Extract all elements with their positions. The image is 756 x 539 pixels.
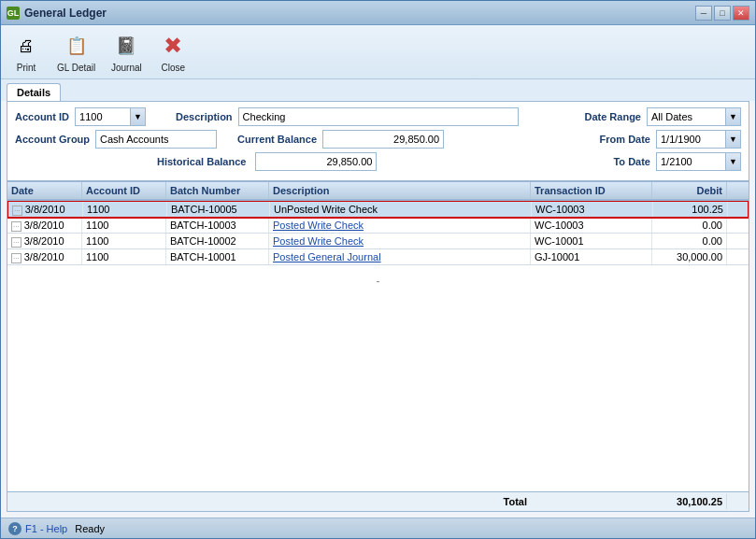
table-row[interactable]: ··· 3/8/2010 1100 BATCH-10001 Posted Gen… — [7, 249, 749, 265]
col-date: Date — [7, 182, 82, 199]
gl-detail-label: GL Detail — [57, 63, 95, 73]
cell-transaction-id: WC-10003 — [531, 218, 652, 233]
date-range-input[interactable] — [647, 107, 726, 126]
historical-balance-label: Historical Balance — [157, 156, 246, 167]
close-icon: ✖ — [158, 31, 188, 61]
from-date-label: From Date — [600, 134, 650, 145]
description-label: Description — [176, 111, 233, 122]
account-id-dropdown[interactable]: ▼ — [131, 107, 146, 126]
current-balance-label: Current Balance — [237, 134, 317, 145]
title-controls: ─ □ ✕ — [695, 6, 749, 21]
print-button[interactable]: 🖨 Print — [7, 29, 46, 75]
toolbar: 🖨 Print 📋 GL Detail 📓 Journal ✖ Close — [1, 25, 755, 79]
cell-description[interactable]: Posted Write Check — [269, 234, 531, 248]
expand-icon[interactable]: ··· — [12, 206, 22, 216]
grid-header: Date Account ID Batch Number Description… — [7, 182, 749, 201]
main-window: GL General Ledger ─ □ ✕ 🖨 Print 📋 GL Det… — [0, 0, 756, 539]
gl-detail-button[interactable]: 📋 GL Detail — [53, 29, 99, 75]
data-grid: Date Account ID Batch Number Description… — [7, 181, 749, 512]
cell-account-id: 1100 — [82, 249, 166, 264]
cell-credit: 150.00 — [727, 234, 749, 248]
total-label: Total — [7, 494, 531, 509]
cell-batch-number: BATCH-10005 — [167, 202, 270, 217]
historical-balance-input[interactable] — [255, 152, 377, 171]
close-window-button[interactable]: ✕ — [733, 6, 749, 21]
to-date-label: To Date — [613, 156, 650, 167]
grid-footer: Total 30,100.25 250.25 — [7, 491, 749, 511]
table-row[interactable]: ··· 3/8/2010 1100 BATCH-10002 Posted Wri… — [7, 234, 749, 249]
content-area: Date Account ID Batch Number Description… — [1, 181, 755, 518]
cell-description[interactable]: Posted General Journal — [269, 249, 531, 264]
account-id-combo: ▼ — [75, 107, 146, 126]
cell-account-id: 1100 — [82, 234, 166, 248]
close-label: Close — [162, 63, 186, 73]
col-batch-number: Batch Number — [166, 182, 269, 199]
title-bar-left: GL General Ledger — [7, 7, 107, 20]
journal-button[interactable]: 📓 Journal — [107, 29, 146, 75]
from-date-dropdown[interactable]: ▼ — [726, 130, 741, 149]
to-date-input[interactable] — [656, 152, 726, 171]
to-date-dropdown[interactable]: ▼ — [726, 152, 741, 171]
gl-detail-icon: 📋 — [62, 31, 92, 61]
cell-transaction-id: GJ-10001 — [531, 249, 652, 264]
details-panel: Account ID ▼ Description Date Range ▼ Ac… — [7, 101, 749, 181]
form-row-3: Historical Balance To Date ▼ — [15, 152, 741, 171]
cell-batch-number: BATCH-10003 — [166, 218, 269, 233]
status-text: Ready — [75, 523, 105, 534]
help-area[interactable]: ? F1 - Help — [8, 522, 67, 535]
cell-transaction-id: WC-10003 — [532, 202, 653, 217]
cell-account-id: 1100 — [83, 202, 167, 217]
print-label: Print — [17, 63, 36, 73]
cell-batch-number: BATCH-10001 — [166, 249, 269, 264]
tab-bar: Details — [1, 79, 755, 101]
grid-body: ··· 3/8/2010 1100 BATCH-10005 UnPosted W… — [7, 201, 749, 491]
from-date-input[interactable] — [656, 130, 726, 149]
journal-icon: 📓 — [111, 31, 141, 61]
description-input[interactable] — [238, 107, 519, 126]
account-id-label: Account ID — [15, 111, 69, 122]
close-button[interactable]: ✖ Close — [153, 29, 193, 75]
minimize-button[interactable]: ─ — [695, 6, 712, 21]
print-icon: 🖨 — [11, 31, 41, 61]
window-icon: GL — [7, 7, 20, 20]
cell-description[interactable]: Posted Write Check — [269, 218, 531, 233]
form-row-1: Account ID ▼ Description Date Range ▼ — [15, 107, 741, 126]
help-label: F1 - Help — [25, 523, 67, 534]
cell-credit: 100.25 — [727, 218, 749, 233]
title-bar: GL General Ledger ─ □ ✕ — [1, 1, 755, 25]
date-range-dropdown[interactable]: ▼ — [726, 107, 741, 126]
cell-date: ··· 3/8/2010 — [7, 218, 82, 233]
cell-debit: 0.00 — [652, 234, 727, 248]
expand-icon[interactable]: ··· — [11, 253, 21, 263]
table-row[interactable]: ··· 3/8/2010 1100 BATCH-10003 Posted Wri… — [7, 218, 749, 234]
account-group-label: Account Group — [15, 134, 90, 145]
date-range-combo: ▼ — [647, 107, 741, 126]
status-bar: ? F1 - Help Ready — [1, 518, 755, 538]
tab-details[interactable]: Details — [7, 83, 61, 101]
window-title: General Ledger — [24, 7, 107, 20]
cell-credit: 0.00 — [728, 202, 749, 217]
cell-batch-number: BATCH-10002 — [166, 234, 269, 248]
col-description: Description — [269, 182, 531, 199]
date-range-label: Date Range — [584, 111, 641, 122]
maximize-button[interactable]: □ — [714, 6, 731, 21]
table-row[interactable]: ··· 3/8/2010 1100 BATCH-10005 UnPosted W… — [7, 201, 749, 218]
expand-icon[interactable]: ··· — [11, 221, 21, 232]
col-account-id: Account ID — [82, 182, 166, 199]
footer-spacer — [531, 494, 652, 509]
col-credit: Credit — [727, 182, 749, 199]
cell-account-id: 1100 — [82, 218, 166, 233]
total-credit: 250.25 — [727, 494, 749, 509]
form-row-2: Account Group Current Balance From Date … — [15, 130, 741, 149]
cell-description: UnPosted Write Check — [270, 202, 532, 217]
cell-transaction-id: WC-10001 — [531, 234, 652, 248]
help-icon: ? — [8, 522, 21, 535]
journal-label: Journal — [111, 63, 142, 73]
account-id-input[interactable] — [75, 107, 131, 126]
cell-debit: 100.25 — [653, 202, 728, 217]
cell-debit: 0.00 — [652, 218, 727, 233]
expand-icon[interactable]: ··· — [11, 237, 21, 248]
account-group-input[interactable] — [95, 130, 217, 149]
cell-date: ··· 3/8/2010 — [7, 234, 82, 248]
current-balance-input[interactable] — [322, 130, 444, 149]
